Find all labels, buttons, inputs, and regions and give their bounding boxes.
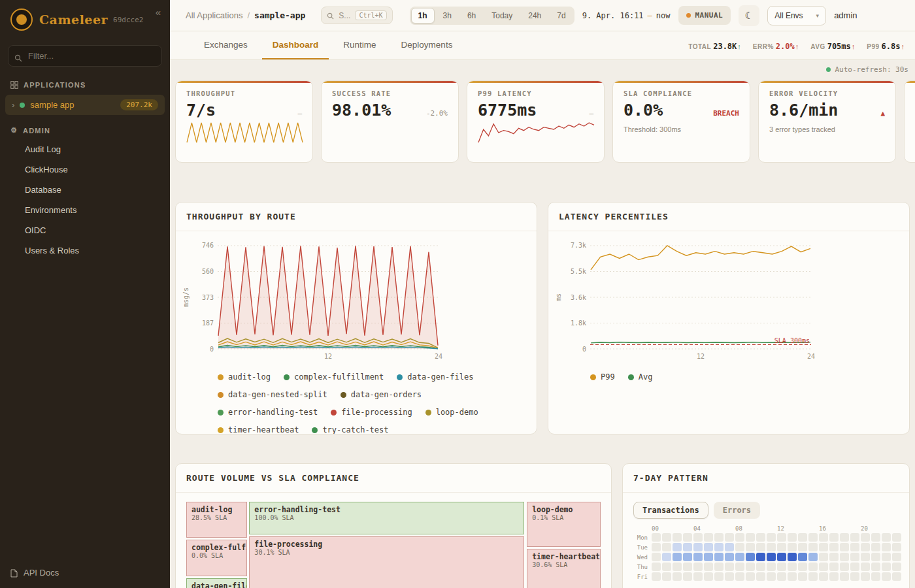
heatmap-cell[interactable] (767, 543, 776, 551)
heatmap-cell[interactable] (840, 553, 849, 561)
legend-complex-fulfillment[interactable]: complex-fulfillment (284, 372, 384, 382)
global-search[interactable]: S... Ctrl+K (321, 7, 392, 24)
heatmap-cell[interactable] (704, 553, 713, 561)
legend-error-handling-test[interactable]: error-handling-test (218, 408, 318, 417)
heatmap-cell[interactable] (725, 543, 734, 551)
heatmap-cell[interactable] (829, 553, 839, 561)
heatmap-cell[interactable] (683, 563, 692, 571)
heatmap-cell[interactable] (871, 553, 880, 561)
time-range-7d[interactable]: 7d (550, 8, 573, 24)
heatmap-cell[interactable] (693, 553, 703, 561)
heatmap-cell[interactable] (861, 543, 870, 551)
heatmap-cell[interactable] (808, 553, 818, 561)
heatmap-cell[interactable] (808, 533, 818, 542)
heatmap-cell[interactable] (693, 543, 703, 551)
heatmap-cell[interactable] (746, 543, 755, 551)
legend-try-catch-test[interactable]: try-catch-test (312, 425, 388, 434)
breadcrumb-all-applications[interactable]: All Applications (186, 10, 242, 20)
heatmap-cell[interactable] (714, 553, 724, 561)
heatmap-cell[interactable] (714, 563, 724, 571)
manual-refresh-button[interactable]: MANUAL (678, 6, 731, 25)
treemap-cell-complex-fulfil[interactable]: complex-fulfil…0.0% SLA (186, 540, 247, 576)
heatmap-cell[interactable] (829, 543, 839, 551)
heatmap-cell[interactable] (829, 563, 839, 571)
heatmap-cell[interactable] (673, 572, 682, 581)
heatmap-cell[interactable] (850, 563, 859, 571)
legend-file-processing[interactable]: file-processing (331, 408, 412, 417)
toggle-errors[interactable]: Errors (714, 502, 760, 519)
heatmap-cell[interactable] (829, 572, 839, 581)
heatmap-cell[interactable] (704, 543, 713, 551)
heatmap-cell[interactable] (735, 543, 744, 551)
heatmap-cell[interactable] (882, 543, 891, 551)
heatmap-cell[interactable] (808, 563, 818, 571)
dark-mode-toggle[interactable]: ☾ (739, 5, 759, 26)
heatmap-cell[interactable] (725, 563, 734, 571)
heatmap-cell[interactable] (714, 572, 724, 581)
heatmap-cell[interactable] (704, 563, 713, 571)
heatmap-cell[interactable] (788, 533, 797, 542)
heatmap-cell[interactable] (652, 563, 661, 571)
treemap-cell-error-handling-test[interactable]: error-handling-test100.0% SLA (249, 502, 524, 534)
heatmap-cell[interactable] (683, 533, 692, 542)
heatmap-cell[interactable] (662, 563, 671, 571)
legend-loop-demo[interactable]: loop-demo (425, 408, 478, 417)
treemap-cell-loop-demo[interactable]: loop-demo0.1% SLA (527, 502, 601, 547)
heatmap-cell[interactable] (756, 543, 765, 551)
heatmap-cell[interactable] (892, 553, 901, 561)
legend-avg[interactable]: Avg (628, 372, 653, 382)
heatmap-cell[interactable] (652, 543, 661, 551)
legend-data-gen-files[interactable]: data-gen-files (397, 372, 473, 382)
heatmap-cell[interactable] (756, 572, 765, 581)
sidebar-item-clickhouse[interactable]: ClickHouse (0, 159, 170, 180)
treemap-cell-audit-log[interactable]: audit-log28.5% SLA (186, 502, 247, 538)
heatmap-cell[interactable] (735, 553, 744, 561)
heatmap-cell[interactable] (693, 572, 703, 581)
heatmap-cell[interactable] (767, 563, 776, 571)
time-range-6h[interactable]: 6h (460, 8, 483, 24)
legend-data-gen-orders[interactable]: data-gen-orders (341, 390, 422, 399)
heatmap-cell[interactable] (892, 563, 901, 571)
heatmap-cell[interactable] (861, 553, 870, 561)
date-range[interactable]: 9. Apr. 16:11—now (582, 11, 671, 20)
heatmap-cell[interactable] (662, 572, 671, 581)
legend-data-gen-nested-split[interactable]: data-gen-nested-split (218, 390, 327, 399)
heatmap-cell[interactable] (746, 572, 755, 581)
sidebar-item-users-roles[interactable]: Users & Roles (0, 240, 170, 261)
heatmap-cell[interactable] (652, 533, 661, 542)
heatmap-cell[interactable] (662, 543, 671, 551)
heatmap-cell[interactable] (861, 572, 870, 581)
heatmap-cell[interactable] (746, 533, 755, 542)
heatmap-cell[interactable] (882, 572, 891, 581)
heatmap-cell[interactable] (892, 572, 901, 581)
heatmap-cell[interactable] (714, 543, 724, 551)
heatmap-cell[interactable] (819, 553, 828, 561)
heatmap-cell[interactable] (850, 572, 859, 581)
heatmap-cell[interactable] (777, 563, 786, 571)
heatmap-cell[interactable] (673, 533, 682, 542)
heatmap-cell[interactable] (767, 553, 776, 561)
treemap-cell-timer-heartbeat[interactable]: timer-heartbeat30.6% SLA (527, 549, 601, 588)
heatmap-cell[interactable] (735, 563, 744, 571)
sidebar-item-database[interactable]: Database (0, 180, 170, 200)
heatmap-cell[interactable] (756, 563, 765, 571)
heatmap-cell[interactable] (788, 563, 797, 571)
heatmap-cell[interactable] (756, 553, 765, 561)
heatmap-cell[interactable] (735, 533, 744, 542)
heatmap-cell[interactable] (662, 553, 671, 561)
heatmap-cell[interactable] (652, 553, 661, 561)
time-range-24h[interactable]: 24h (521, 8, 548, 24)
time-range-3h[interactable]: 3h (436, 8, 459, 24)
heatmap-cell[interactable] (850, 553, 859, 561)
heatmap-cell[interactable] (871, 543, 880, 551)
sidebar-item-oidc[interactable]: OIDC (0, 220, 170, 240)
heatmap-cell[interactable] (673, 563, 682, 571)
heatmap-cell[interactable] (652, 572, 661, 581)
heatmap-cell[interactable] (819, 543, 828, 551)
heatmap-cell[interactable] (819, 533, 828, 542)
heatmap-cell[interactable] (777, 572, 786, 581)
legend-audit-log[interactable]: audit-log (218, 372, 271, 382)
sidebar-item-sample-app[interactable]: › sample app 207.2k (5, 95, 165, 115)
heatmap-cell[interactable] (673, 543, 682, 551)
sidebar-item-api-docs[interactable]: API Docs (0, 557, 170, 588)
